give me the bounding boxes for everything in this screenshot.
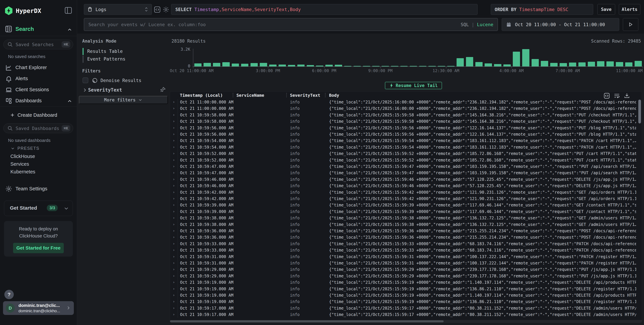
table-row[interactable]: ›Oct 21 10:59:46.000 AMinfo{"time_local"… [170,176,642,183]
row-expand-chevron-icon[interactable]: › [173,267,175,271]
time-range-picker[interactable]: Oct 20 11:00:00 - Oct 21 11:00:00 [502,18,619,31]
row-expand-chevron-icon[interactable]: › [173,209,175,214]
row-expand-chevron-icon[interactable]: › [173,119,175,123]
table-row[interactable]: ›Oct 21 10:59:38.000 AMinfo{"time_local"… [170,221,642,228]
row-expand-chevron-icon[interactable]: › [173,100,175,104]
get-started-card[interactable]: Get Started 3/3 [4,201,73,216]
mode-event-patterns[interactable]: Event Patterns [82,55,166,63]
row-expand-chevron-icon[interactable]: › [173,190,175,194]
horizontal-scrollbar-thumb[interactable] [170,320,444,322]
query-language-toggle[interactable]: SQL | Lucene [460,22,493,27]
wrap-text-icon[interactable] [614,93,620,99]
row-expand-chevron-icon[interactable]: › [173,196,175,201]
table-row[interactable]: ›Oct 21 10:59:29.000 AMinfo{"time_local"… [170,273,642,279]
row-expand-chevron-icon[interactable]: › [173,126,175,130]
resume-live-tail-button[interactable]: Resume Live Tail [385,82,442,89]
table-row[interactable]: ›Oct 21 10:59:17.000 AMinfo{"time_local"… [170,305,642,312]
table-row[interactable]: ›Oct 21 10:59:56.000 AMinfo{"time_local"… [170,125,642,131]
chevron-down-icon[interactable] [63,205,69,212]
row-expand-chevron-icon[interactable]: › [173,248,175,252]
table-row[interactable]: ›Oct 21 10:59:33.000 AMinfo{"time_local"… [170,247,642,253]
row-expand-chevron-icon[interactable]: › [173,203,175,207]
table-row[interactable]: ›Oct 21 10:59:33.000 AMinfo{"time_local"… [170,241,642,247]
row-expand-chevron-icon[interactable]: › [173,261,175,265]
row-expand-chevron-icon[interactable]: › [173,280,175,284]
lucene-toggle[interactable]: Lucene [477,22,493,27]
row-expand-chevron-icon[interactable]: › [173,299,175,304]
row-expand-chevron-icon[interactable]: › [173,293,175,297]
row-expand-chevron-icon[interactable]: › [173,177,175,181]
presets-toggle[interactable]: PRESETS [10,146,40,151]
row-expand-chevron-icon[interactable]: › [173,158,175,162]
column-resize-handle[interactable] [286,93,287,97]
row-expand-chevron-icon[interactable]: › [173,145,175,149]
table-row[interactable]: ›Oct 21 10:59:38.000 AMinfo{"time_local"… [170,215,642,221]
table-row[interactable]: ›Oct 21 10:59:42.000 AMinfo{"time_local"… [170,196,642,202]
row-expand-chevron-icon[interactable]: › [173,138,175,143]
save-button[interactable]: Save [597,4,615,15]
query-settings-gear-icon[interactable] [162,6,170,13]
table-row[interactable]: ›Oct 21 10:59:17.000 AMinfo{"time_local"… [170,312,642,318]
source-code-icon[interactable] [604,93,610,99]
column-header-timestamp[interactable]: Timestamp (Local) [180,93,223,98]
alerts-button[interactable]: Alerts [619,4,640,15]
denoise-checkbox[interactable] [82,77,88,83]
column-header-severitytext[interactable]: SeverityText [290,93,320,98]
table-row[interactable]: ›Oct 21 10:59:36.000 AMinfo{"time_local"… [170,228,642,234]
get-started-free-button[interactable]: Get Started for Free [13,243,64,253]
table-row[interactable]: ›Oct 21 10:59:47.000 AMinfo{"time_local"… [170,170,642,176]
select-clause-input[interactable]: SELECT Timestamp ,ServiceName,SeverityTe… [171,4,478,15]
row-expand-chevron-icon[interactable]: › [173,106,175,110]
row-expand-chevron-icon[interactable]: › [173,242,175,246]
sidebar-item-client-sessions[interactable]: Client Sessions [0,85,77,95]
order-by-input[interactable]: ORDER BY TimestampTime DESC [491,4,593,15]
preset-services[interactable]: Services [10,161,29,167]
row-expand-chevron-icon[interactable]: › [173,274,175,278]
table-row[interactable]: ›Oct 21 10:59:58.000 AMinfo{"time_local"… [170,112,642,118]
vertical-scrollbar[interactable] [638,100,641,123]
table-row[interactable]: ›Oct 21 10:59:39.000 AMinfo{"time_local"… [170,202,642,208]
sql-toggle[interactable]: SQL [460,22,469,27]
row-expand-chevron-icon[interactable]: › [173,222,175,226]
chevron-up-icon[interactable] [67,27,72,32]
help-button[interactable]: ? [4,290,14,299]
column-header-body[interactable]: Body [329,93,339,98]
chevron-up-icon[interactable] [67,98,72,104]
row-expand-chevron-icon[interactable]: › [173,183,175,188]
table-row[interactable]: ›Oct 21 10:59:31.000 AMinfo{"time_local"… [170,254,642,260]
row-expand-chevron-icon[interactable]: › [173,151,175,155]
sidebar-item-alerts[interactable]: Alerts [0,74,77,84]
table-row[interactable]: ›Oct 21 10:59:31.000 AMinfo{"time_local"… [170,260,642,266]
row-expand-chevron-icon[interactable]: › [173,254,175,259]
row-expand-chevron-icon[interactable]: › [173,171,175,175]
table-row[interactable]: ›Oct 21 10:59:52.000 AMinfo{"time_local"… [170,157,642,163]
column-resize-handle[interactable] [233,93,233,97]
download-icon[interactable] [624,93,630,99]
table-row[interactable]: ›Oct 21 10:59:46.000 AMinfo{"time_local"… [170,183,642,189]
sidebar-collapse-icon[interactable] [64,7,72,14]
sidebar-item-team-settings[interactable]: Team Settings [0,184,77,194]
column-resize-handle[interactable] [325,93,326,97]
row-expand-chevron-icon[interactable]: › [173,312,175,317]
source-select[interactable]: Logs [84,4,152,15]
saved-dashboards-input[interactable]: Saved Dashboards ⌘K [3,123,73,133]
row-expand-chevron-icon[interactable]: › [173,287,175,291]
chart-plot[interactable] [193,49,643,66]
table-row[interactable]: ›Oct 21 10:59:36.000 AMinfo{"time_local"… [170,234,642,241]
user-menu[interactable]: D dominic.tran@clic... dominic.tran@clic… [3,301,74,315]
row-expand-chevron-icon[interactable]: › [173,113,175,117]
create-dashboard-button[interactable]: Create Dashboard [0,110,77,121]
table-row[interactable]: ›Oct 21 10:59:47.000 AMinfo{"time_local"… [170,163,642,170]
mode-results-table[interactable]: Results Table [82,48,166,55]
code-toggle-icon[interactable] [154,6,161,13]
row-expand-chevron-icon[interactable]: › [173,306,175,310]
row-expand-chevron-icon[interactable]: › [173,229,175,233]
preset-clickhouse[interactable]: ClickHouse [10,154,35,159]
row-expand-chevron-icon[interactable]: › [173,132,175,136]
table-row[interactable]: ›Oct 21 10:59:54.000 AMinfo{"time_local"… [170,144,642,150]
event-search-input[interactable]: Search your events w/ Lucene ex. column:… [84,18,498,31]
row-expand-chevron-icon[interactable]: › [173,216,175,220]
sidebar-item-search[interactable]: Search [0,25,77,34]
table-row[interactable]: ›Oct 21 10:59:29.000 AMinfo{"time_local"… [170,266,642,273]
sidebar-item-chart-explorer[interactable]: Chart Explorer [0,63,77,73]
